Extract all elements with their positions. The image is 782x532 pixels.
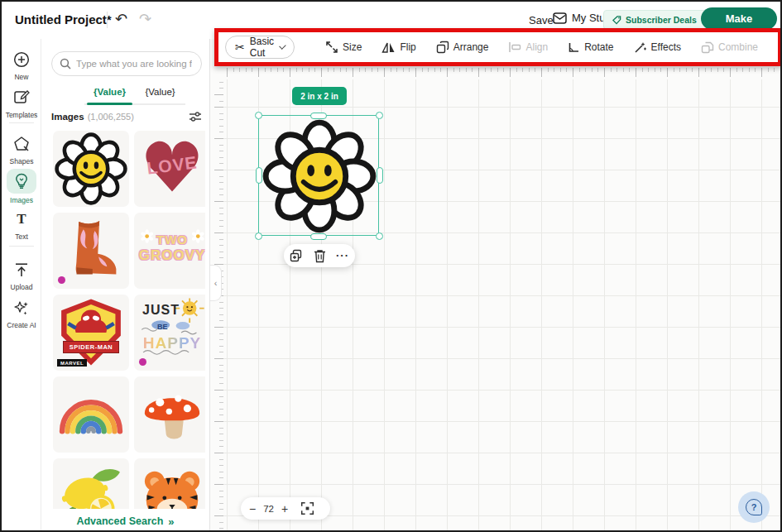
chevron-down-icon [280, 42, 286, 49]
marvel-logo: MARVEL [57, 359, 87, 367]
be-text: BE [157, 323, 168, 331]
ruler-number: 16 [727, 63, 758, 66]
ruler-number: 4 [349, 63, 381, 66]
effects-button[interactable]: Effects [628, 41, 687, 54]
flip-button[interactable]: Flip [376, 41, 421, 54]
search-box [51, 51, 202, 76]
lemons-graphic [53, 458, 129, 510]
image-tile-mushroom[interactable] [134, 376, 205, 453]
sidebar-item-label: Create AI [7, 321, 36, 329]
redo-button[interactable]: ↷ [139, 9, 151, 29]
envelope-icon [553, 12, 567, 24]
combine-button[interactable]: Combine [695, 41, 764, 54]
selection-handle-top[interactable] [310, 113, 327, 119]
results-count: (1,006,255) [88, 112, 134, 122]
sidebar-item-images[interactable]: Images [2, 169, 41, 204]
size-button[interactable]: Size [319, 41, 367, 54]
rotate-label: Rotate [584, 41, 613, 53]
smiley-flower-graphic [53, 131, 129, 207]
selection-handle-top-left[interactable] [255, 112, 262, 119]
sidebar-item-text[interactable]: T Text [2, 208, 41, 241]
tab-value-2[interactable]: {Value} [135, 82, 185, 103]
flip-icon [381, 41, 396, 54]
resize-icon [325, 41, 338, 54]
selection-handle-bottom-left[interactable] [255, 232, 262, 240]
size-label: Size [343, 41, 362, 53]
divider [9, 246, 34, 247]
image-results-grid: LOVE TWO [53, 131, 205, 510]
subscriber-deals-button[interactable]: Subscriber Deals ↗ [603, 10, 717, 30]
zoom-out-button[interactable]: − [249, 503, 256, 515]
search-icon [60, 58, 71, 69]
fit-to-screen-button[interactable] [300, 501, 314, 515]
ruler-number: 10 [538, 63, 569, 66]
image-tile-rainbow[interactable] [53, 376, 129, 453]
duplicate-button[interactable] [290, 249, 304, 263]
happy-text: HAPPY [134, 334, 205, 352]
sidebar-item-label: New [14, 73, 28, 81]
image-tile-love-heart[interactable]: LOVE [134, 131, 205, 207]
design-space-window: Untitled Project* ↶ ↷ Save My Stuff Subs… [0, 0, 782, 532]
delete-button[interactable] [314, 249, 326, 263]
shapes-icon [7, 133, 36, 155]
image-tile-lemons[interactable] [53, 458, 129, 510]
results-label: Images [51, 112, 84, 122]
sidebar-item-label: Templates [6, 111, 38, 119]
sidebar-item-templates[interactable]: Templates [2, 87, 41, 119]
tag-icon [612, 16, 621, 25]
fit-screen-icon [300, 501, 314, 515]
more-options-button[interactable]: ··· [336, 252, 349, 260]
ruler-number: 3 [318, 63, 349, 66]
zoom-in-button[interactable]: + [281, 503, 288, 515]
selection-handle-right[interactable] [377, 167, 383, 184]
operation-type-dropdown[interactable]: ✂ Basic Cut [225, 36, 295, 59]
image-tile-tiger[interactable] [134, 458, 205, 510]
search-input[interactable] [76, 59, 192, 69]
ruler-top-major-ticks [223, 68, 782, 77]
selected-object-smiley-flower[interactable] [258, 115, 379, 236]
my-stuff-button[interactable]: My Stuff [553, 12, 611, 24]
combine-icon [701, 41, 714, 54]
sidebar-item-upload[interactable]: Upload [2, 259, 41, 291]
rotate-button[interactable]: Rotate [562, 41, 619, 53]
object-context-toolbar: ··· [284, 244, 355, 267]
ruler-number: 7 [444, 63, 475, 66]
selection-handle-bottom[interactable] [310, 233, 327, 240]
panel-collapse-button[interactable]: ‹ [210, 265, 222, 301]
selection-handle-bottom-right[interactable] [376, 232, 383, 240]
design-canvas[interactable]: 01234567891011121314151617 1234567891011… [210, 39, 782, 532]
divider [9, 122, 34, 123]
tab-value-1[interactable]: {Value} [84, 82, 135, 103]
groovy-text-line2: GROOVY [134, 247, 205, 264]
sidebar-item-label: Text [15, 232, 28, 241]
selection-handle-left[interactable] [256, 167, 262, 184]
image-tile-just-be-happy[interactable]: JUST BE HAPPY [134, 295, 205, 371]
sidebar-item-create-ai[interactable]: Create AI [2, 297, 41, 329]
help-button[interactable]: ? [738, 491, 770, 523]
zoom-level: 72 [263, 504, 274, 514]
image-tile-cowboy-boot[interactable] [53, 213, 129, 289]
sidebar-item-shapes[interactable]: Shapes [2, 133, 41, 165]
ruler-number: 8 [475, 63, 506, 66]
zoom-controls: − 72 + [241, 497, 330, 520]
sidebar-item-new[interactable]: New [2, 49, 41, 81]
advanced-search-link[interactable]: Advanced Search » [41, 509, 209, 532]
edit-toolbar: ✂ Basic Cut Size Flip Arrange [218, 32, 778, 62]
contour-button[interactable]: Contour [772, 41, 782, 54]
image-tile-two-groovy[interactable]: TWO GROOVY [134, 213, 205, 289]
align-button[interactable]: Align [502, 41, 554, 53]
filter-button[interactable] [189, 111, 202, 122]
left-toolbar-rail: New Templates Shapes Images T Text [2, 39, 41, 532]
image-tile-smiley-flower[interactable] [53, 131, 129, 207]
make-button[interactable]: Make [701, 7, 777, 30]
undo-button[interactable]: ↶ [115, 9, 127, 29]
arrange-button[interactable]: Arrange [430, 41, 495, 54]
chevron-left-icon: ‹ [214, 278, 218, 288]
save-button[interactable]: Save [529, 14, 554, 26]
selection-handle-top-right[interactable] [376, 112, 383, 119]
image-tile-spiderman[interactable]: SPIDER-MAN MARVEL [53, 295, 129, 371]
combine-label: Combine [718, 41, 758, 53]
sidebar-item-label: Upload [11, 283, 33, 291]
upload-icon [7, 259, 36, 280]
spiderman-banner-text: SPIDER-MAN [63, 341, 119, 353]
